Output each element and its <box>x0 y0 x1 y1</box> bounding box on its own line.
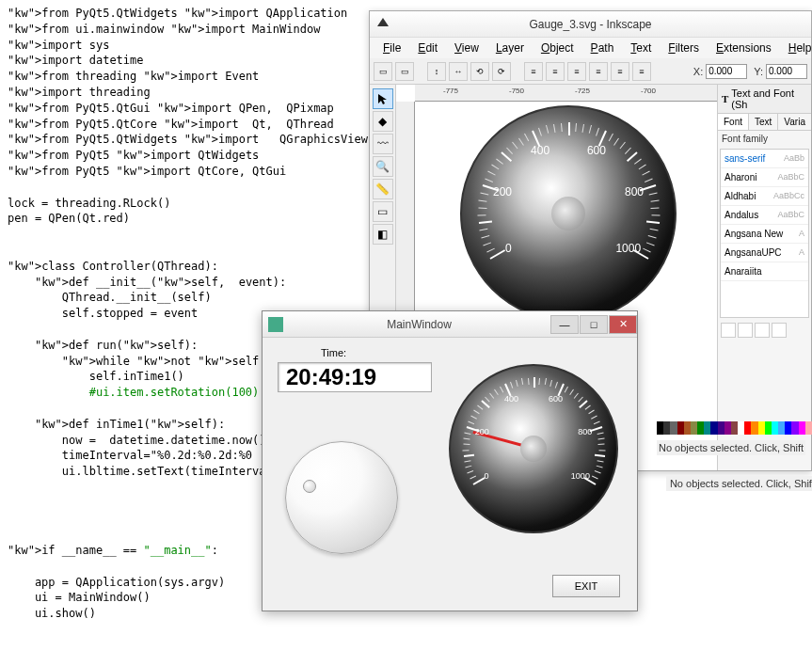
color-swatch[interactable] <box>718 421 724 435</box>
gauge-svg-inkscape[interactable]: 02004006008001000 <box>460 105 677 322</box>
app-icon <box>268 317 283 332</box>
gauge-number: 800 <box>625 185 644 198</box>
color-swatch[interactable] <box>799 421 805 435</box>
rect-tool[interactable]: ▭ <box>373 201 393 222</box>
color-swatch[interactable] <box>758 421 765 435</box>
font-tab-font[interactable]: Font <box>718 114 749 130</box>
color-swatch[interactable] <box>785 421 791 435</box>
toolbar-btn[interactable]: ≡ <box>611 62 629 81</box>
color-swatch[interactable] <box>751 421 757 435</box>
color-swatch[interactable] <box>805 421 812 435</box>
menu-text[interactable]: Text <box>623 40 659 56</box>
x-input[interactable] <box>706 64 747 79</box>
selector-tool[interactable] <box>373 88 393 109</box>
tweak-tool[interactable]: 〰 <box>373 134 393 154</box>
font-list[interactable]: sans-serifAaBbAharoniAaBbCAldhabiAaBbCcA… <box>720 149 809 318</box>
toolbar-btn[interactable]: ↔ <box>449 62 468 81</box>
text-font-panel[interactable]: T Text and Font (Sh FontTextVaria Font f… <box>717 85 811 470</box>
color-swatch[interactable] <box>684 421 691 435</box>
font-item[interactable]: AldhabiAaBbCc <box>721 187 808 206</box>
color-swatch[interactable] <box>778 421 785 435</box>
knob-indicator <box>303 480 316 493</box>
gauge-number: 0 <box>505 242 512 255</box>
mainwindow-body: Time: 20:49:19 02004006008001000 EXIT <box>263 338 637 610</box>
toolbar-btn[interactable]: ≡ <box>589 62 608 81</box>
toolbar-btn[interactable]: ≡ <box>524 62 543 81</box>
align-right-icon[interactable] <box>755 323 770 338</box>
menu-filters[interactable]: Filters <box>661 40 707 56</box>
align-left-icon[interactable] <box>721 323 736 338</box>
toolbar-btn[interactable]: ⟳ <box>492 62 511 81</box>
menu-extensions[interactable]: Extensions <box>709 40 779 56</box>
y-label: Y: <box>754 66 763 77</box>
color-swatch[interactable] <box>663 421 670 435</box>
font-tab-text[interactable]: Text <box>749 114 778 130</box>
color-swatch[interactable] <box>710 421 717 435</box>
mainwindow-title: MainWindow <box>289 318 549 331</box>
menu-view[interactable]: View <box>447 40 486 56</box>
color-swatch[interactable] <box>738 421 744 435</box>
time-display: 20:49:19 <box>278 362 432 392</box>
exit-button[interactable]: EXIT <box>552 575 620 597</box>
mainwindow-titlebar[interactable]: MainWindow — □ ✕ <box>263 311 637 338</box>
measure-tool[interactable]: 📏 <box>373 179 393 199</box>
color-swatch[interactable] <box>772 421 778 435</box>
font-item[interactable]: AharoniAaBbC <box>721 168 808 187</box>
gauge-number: 400 <box>504 394 518 404</box>
qt-mainwindow: MainWindow — □ ✕ Time: 20:49:19 02004006… <box>262 310 638 611</box>
toolbar-btn[interactable]: ≡ <box>567 62 586 81</box>
inkscape-titlebar[interactable]: Gauge_3.svg - Inkscape <box>370 11 811 38</box>
font-item[interactable]: Anaraiita <box>721 262 808 281</box>
color-swatch[interactable] <box>744 421 751 435</box>
color-swatch[interactable] <box>765 421 772 435</box>
toolbar-btn[interactable]: ▭ <box>374 62 392 81</box>
color-swatch[interactable] <box>731 421 738 435</box>
maximize-button[interactable]: □ <box>580 315 608 334</box>
color-swatch[interactable] <box>670 421 677 435</box>
toolbar-btn[interactable]: ≡ <box>632 62 651 81</box>
color-swatch[interactable] <box>691 421 697 435</box>
color-swatch[interactable] <box>657 421 663 435</box>
menu-help[interactable]: Help <box>781 40 812 56</box>
font-panel-tabs[interactable]: FontTextVaria <box>718 114 811 131</box>
font-item[interactable]: AngsanaUPCA <box>721 244 808 262</box>
toolbar-btn[interactable]: ≡ <box>546 62 565 81</box>
node-tool[interactable]: ◆ <box>373 111 393 132</box>
x-label: X: <box>693 66 703 77</box>
menu-layer[interactable]: Layer <box>488 40 532 56</box>
font-tab-varia[interactable]: Varia <box>778 114 811 130</box>
color-swatch[interactable] <box>704 421 710 435</box>
color-swatch[interactable] <box>724 421 731 435</box>
y-input[interactable] <box>766 64 807 79</box>
toolbar-btn[interactable]: ⟲ <box>470 62 489 81</box>
color-swatch[interactable] <box>677 421 684 435</box>
text-align-row[interactable] <box>718 320 811 341</box>
font-family-label: Font family <box>718 131 811 147</box>
align-center-icon[interactable] <box>738 323 753 338</box>
zoom-tool[interactable]: 🔍 <box>373 156 393 177</box>
close-button[interactable]: ✕ <box>609 315 637 334</box>
3dbox-tool[interactable]: ◧ <box>373 224 393 245</box>
font-item[interactable]: Angsana NewA <box>721 225 808 244</box>
menu-edit[interactable]: Edit <box>410 40 445 56</box>
dial-knob[interactable] <box>285 441 398 554</box>
toolbar-btn[interactable]: ▭ <box>395 62 414 81</box>
font-item[interactable]: sans-serifAaBb <box>721 150 808 168</box>
menu-file[interactable]: File <box>375 40 408 56</box>
minimize-button[interactable]: — <box>550 315 579 334</box>
gauge-number: 600 <box>587 144 606 157</box>
color-swatch[interactable] <box>697 421 704 435</box>
toolbar-btn[interactable]: ↕ <box>427 62 446 81</box>
inkscape-menubar[interactable]: FileEditViewLayerObjectPathTextFiltersEx… <box>370 38 811 58</box>
menu-path[interactable]: Path <box>583 40 622 56</box>
inkscape-title: Gauge_3.svg - Inkscape <box>529 18 651 31</box>
color-swatch-row[interactable] <box>657 421 812 435</box>
menu-object[interactable]: Object <box>533 40 581 56</box>
color-swatch[interactable] <box>791 421 798 435</box>
time-label: Time: <box>321 347 346 358</box>
gauge-number: 600 <box>549 394 563 404</box>
statusbar: No objects selected. Click, Shift <box>666 476 812 491</box>
inkscape-toolbar[interactable]: ▭ ▭ ↕ ↔ ⟲ ⟳ ≡ ≡ ≡ ≡ ≡ ≡ X: Y: <box>370 58 811 85</box>
align-justify-icon[interactable] <box>772 323 787 338</box>
font-item[interactable]: AndalusAaBbC <box>721 206 808 225</box>
